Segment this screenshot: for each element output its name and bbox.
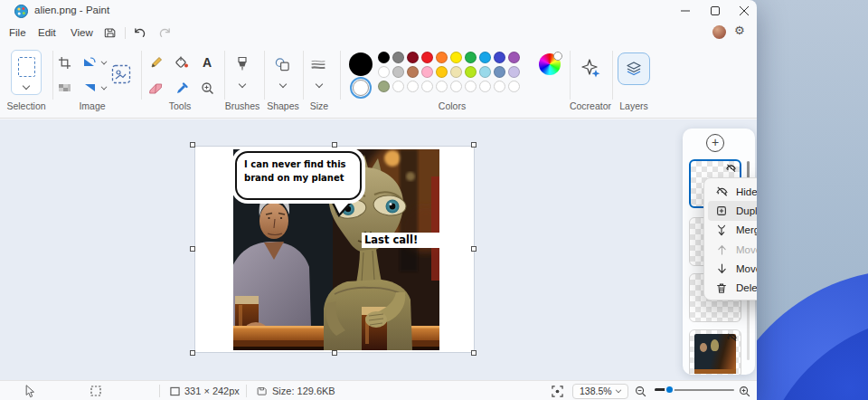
zoom-to-fit-button[interactable] [552, 381, 563, 400]
menu-edit[interactable]: Edit [33, 24, 61, 41]
drawing-canvas[interactable]: I can never find this brand on my planet… [195, 147, 474, 352]
close-button[interactable] [729, 0, 757, 22]
palette-color-swatch[interactable] [450, 52, 462, 63]
selection-handle-bottom-right[interactable] [471, 350, 476, 356]
menu-item-delete-layer[interactable]: Delete layer Ctrl+Shift+Delete [708, 278, 757, 297]
palette-color-swatch[interactable] [421, 66, 433, 78]
menu-item-move-up[interactable]: Move up Ctrl+Shift+PageUp [708, 240, 757, 259]
palette-color-swatch[interactable] [421, 52, 433, 63]
eye-off-icon [714, 185, 729, 199]
flip-icon[interactable] [81, 80, 98, 96]
menu-item-duplicate-layer[interactable]: Duplicate layer [708, 201, 757, 220]
chevron-down-icon[interactable] [316, 81, 323, 88]
zoom-level-dropdown[interactable]: 138.5% [572, 384, 628, 399]
zoom-in-button[interactable] [739, 381, 750, 400]
selection-tool-button[interactable] [11, 50, 42, 95]
eye-off-icon [726, 332, 738, 343]
menu-item-hide-layer[interactable]: Hide layer Ctrl+H [708, 182, 757, 201]
selection-handle-top-left[interactable] [190, 142, 195, 148]
magnifier-tool-icon[interactable] [199, 80, 215, 96]
cocreator-group-label: Cocreator [570, 100, 611, 111]
shapes-icon[interactable] [274, 56, 290, 72]
menu-file[interactable]: File [4, 24, 32, 41]
background-color-swatch[interactable] [353, 80, 369, 96]
save-icon [104, 26, 117, 39]
palette-color-swatch[interactable] [479, 66, 491, 78]
palette-empty-slot[interactable] [494, 81, 505, 92]
palette-color-swatch[interactable] [494, 52, 505, 63]
text-tool-icon[interactable]: A [199, 54, 215, 71]
line-size-icon[interactable] [310, 56, 326, 72]
selection-handle-bottom-middle[interactable] [332, 350, 337, 356]
palette-color-swatch[interactable] [494, 66, 505, 78]
menu-item-move-down[interactable]: Move down Ctrl+Shift+PageDown [708, 259, 757, 278]
palette-color-swatch[interactable] [508, 66, 520, 78]
layers-panel-toggle-button[interactable] [618, 52, 650, 85]
selection-handle-top-right[interactable] [471, 142, 476, 148]
palette-empty-slot[interactable] [407, 81, 419, 92]
file-size-icon [257, 386, 268, 396]
palette-empty-slot[interactable] [421, 81, 433, 92]
menu-view[interactable]: View [65, 24, 99, 41]
eye-off-icon [725, 163, 737, 174]
palette-empty-slot[interactable] [392, 81, 404, 92]
save-button[interactable] [101, 24, 119, 41]
brush-icon[interactable] [234, 56, 250, 72]
crop-icon[interactable] [56, 54, 72, 71]
cocreator-sparkle-icon[interactable] [580, 58, 602, 80]
zoom-slider-thumb[interactable] [665, 385, 675, 395]
eraser-tool-icon[interactable] [148, 80, 165, 96]
palette-color-swatch[interactable] [407, 52, 419, 63]
zoom-out-button[interactable] [635, 381, 646, 400]
resize-skew-icon[interactable] [56, 80, 72, 96]
palette-empty-slot[interactable] [465, 81, 476, 92]
palette-color-swatch[interactable] [436, 66, 448, 78]
rotate-icon[interactable] [81, 54, 98, 71]
palette-color-swatch[interactable] [378, 81, 390, 92]
palette-color-swatch[interactable] [450, 66, 462, 78]
edit-colors-wheel[interactable] [539, 53, 561, 75]
add-layer-button[interactable]: + [706, 134, 724, 152]
image-group-label: Image [79, 100, 105, 111]
pencil-tool-icon[interactable] [148, 54, 165, 71]
chevron-down-icon[interactable] [101, 59, 108, 65]
layer-context-menu: Hide layer Ctrl+H Duplicate layer Merge … [703, 177, 757, 300]
palette-color-swatch[interactable] [465, 66, 476, 78]
settings-gear-icon[interactable]: ⚙ [734, 24, 745, 37]
chevron-down-icon[interactable] [279, 81, 287, 88]
palette-color-swatch[interactable] [392, 52, 404, 63]
selection-handle-top-middle[interactable] [332, 142, 337, 148]
palette-color-swatch[interactable] [479, 52, 491, 63]
palette-color-swatch[interactable] [407, 66, 419, 78]
selection-handle-bottom-left[interactable] [190, 350, 195, 356]
palette-empty-slot[interactable] [508, 81, 520, 92]
canvas-size-indicator: 331 × 242px [170, 381, 240, 400]
account-avatar[interactable] [712, 25, 726, 39]
foreground-color-swatch[interactable] [349, 52, 373, 76]
minimize-button[interactable] [670, 0, 701, 22]
chevron-down-icon[interactable] [239, 81, 246, 88]
layer-thumbnail-4[interactable] [689, 329, 741, 375]
remove-background-icon[interactable] [110, 63, 132, 85]
maximize-button[interactable] [700, 0, 731, 22]
palette-color-swatch[interactable] [508, 52, 520, 63]
palette-color-swatch[interactable] [392, 66, 404, 78]
palette-color-swatch[interactable] [436, 52, 448, 63]
palette-color-swatch[interactable] [378, 66, 390, 78]
selection-handle-middle-right[interactable] [471, 246, 476, 252]
palette-empty-slot[interactable] [450, 81, 462, 92]
palette-color-swatch[interactable] [378, 52, 390, 63]
chevron-down-icon[interactable] [101, 84, 108, 90]
selection-handle-middle-left[interactable] [190, 246, 195, 252]
palette-empty-slot[interactable] [479, 81, 491, 92]
redo-button[interactable] [156, 24, 174, 41]
status-bar: 331 × 242px Size: 129.6KB 138.5% [0, 380, 757, 400]
eyedropper-tool-icon[interactable] [174, 80, 190, 96]
menu-item-merge-down[interactable]: Merge down [708, 221, 757, 240]
undo-button[interactable] [130, 24, 148, 41]
statusbar-divider [159, 385, 160, 397]
title-bar: alien.png - Paint [0, 0, 757, 22]
fill-tool-icon[interactable] [174, 54, 190, 71]
palette-empty-slot[interactable] [436, 81, 448, 92]
palette-color-swatch[interactable] [465, 52, 476, 63]
